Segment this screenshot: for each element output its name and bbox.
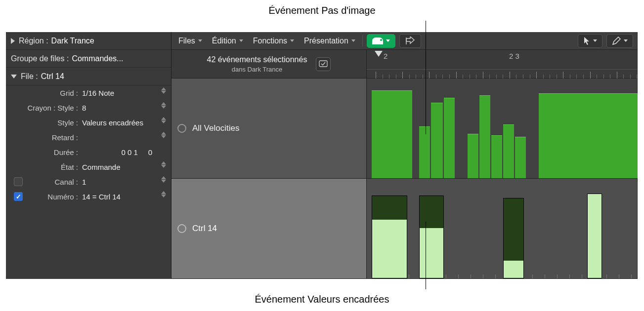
param-pencil-style[interactable]: Crayon : Style : 8 <box>6 100 171 115</box>
length-value: 0 0 1 0 <box>81 148 168 156</box>
velocity-bar[interactable] <box>515 137 526 178</box>
group-header[interactable]: Groupe de files : Commandes... <box>6 50 171 68</box>
stepper-icon[interactable] <box>161 102 167 113</box>
velocity-bar[interactable] <box>431 103 443 178</box>
length-label: Durée : <box>6 148 81 156</box>
param-grid[interactable]: Grid : 1/16 Note <box>6 85 171 100</box>
palette-icon <box>372 38 383 44</box>
lane-name-velocities: All Velocities <box>192 123 239 133</box>
lane-velocities: All Velocities <box>172 78 637 179</box>
file-label: File : <box>21 72 38 81</box>
time-ruler[interactable]: 2 2 3 <box>367 50 637 78</box>
ctrl-event-border <box>419 195 444 278</box>
param-channel[interactable]: Canal : 1 <box>6 174 171 189</box>
stepper-icon[interactable] <box>161 191 167 202</box>
lane-body-velocities[interactable] <box>367 78 637 178</box>
view-menu[interactable]: Présentation <box>301 35 358 47</box>
selection-dropdown-button[interactable] <box>316 57 331 71</box>
velocity-bar[interactable] <box>539 93 638 178</box>
lane-body-ctrl14[interactable] <box>367 179 637 278</box>
pencil-icon <box>612 37 621 45</box>
number-checkbox[interactable] <box>14 192 23 201</box>
lane-dot-icon <box>177 124 186 133</box>
lane-name-ctrl14: Ctrl 14 <box>192 224 217 233</box>
inspector-panel: Région : Dark Trance Groupe de files : C… <box>6 32 172 279</box>
chevron-down-icon <box>386 39 390 42</box>
state-label: État : <box>6 163 81 171</box>
stepper-icon[interactable] <box>161 176 167 187</box>
region-header[interactable]: Région : Dark Trance <box>6 32 171 50</box>
selection-info: 42 événements sélectionnés dans Dark Tra… <box>172 50 367 78</box>
ctrl-event-border <box>587 194 602 278</box>
style-label: Style : <box>6 118 81 127</box>
catch-playhead-button[interactable] <box>399 34 421 48</box>
lane-header-ctrl14[interactable]: Ctrl 14 <box>172 179 367 278</box>
catch-icon <box>405 37 416 45</box>
ctrl-event-border <box>503 198 524 278</box>
region-label: Région : <box>19 37 48 45</box>
grid-label: Grid : <box>6 89 81 97</box>
edit-menu[interactable]: Édition <box>209 35 246 47</box>
group-value: Commandes... <box>72 54 123 63</box>
param-delay[interactable]: Retard : <box>6 130 171 145</box>
pointer-tool-button[interactable] <box>578 34 602 48</box>
velocity-bar[interactable] <box>372 90 412 178</box>
disclosure-down-icon <box>11 75 17 78</box>
velocity-bar[interactable] <box>419 126 430 178</box>
lane-ctrl14: Ctrl 14 <box>172 179 637 279</box>
stepper-icon[interactable] <box>161 117 167 128</box>
lanes-area: All Velocities Ctrl 14 <box>172 78 637 279</box>
param-style[interactable]: Style : Valeurs encadrées <box>6 115 171 130</box>
param-state[interactable]: État : Commande <box>6 159 171 174</box>
delay-label: Retard : <box>6 133 81 142</box>
playhead-icon[interactable] <box>375 51 383 57</box>
files-menu[interactable]: Files <box>175 35 205 47</box>
ctrl-event-border <box>372 195 407 278</box>
pencil-tool-button[interactable] <box>606 34 633 48</box>
lane-header-velocities[interactable]: All Velocities <box>172 78 367 178</box>
chevron-down-icon <box>239 39 243 42</box>
file-value: Ctrl 14 <box>41 72 64 81</box>
view-label: Présentation <box>304 37 348 45</box>
lane-dot-icon <box>177 224 186 233</box>
edit-label: Édition <box>212 37 236 45</box>
chevron-down-icon <box>351 39 355 42</box>
group-label: Groupe de files : <box>11 54 69 63</box>
stepper-icon[interactable] <box>161 132 167 143</box>
grid-value: 1/16 Note <box>81 89 161 97</box>
param-length[interactable]: Durée : 0 0 1 0 <box>6 145 171 159</box>
stepper-icon[interactable] <box>161 161 167 172</box>
number-label: Numéro : <box>27 193 81 201</box>
channel-checkbox[interactable] <box>14 177 23 186</box>
callout-top-label: Événement Pas d'image <box>0 5 644 16</box>
callout-line-bottom <box>426 222 426 289</box>
chevron-down-icon <box>593 39 597 42</box>
file-header[interactable]: File : Ctrl 14 <box>6 68 171 85</box>
svg-rect-1 <box>319 61 327 67</box>
velocity-bar[interactable] <box>468 134 478 178</box>
dropdown-check-icon <box>319 60 328 68</box>
channel-value: 1 <box>81 178 161 186</box>
functions-label: Fonctions <box>253 37 287 45</box>
chevron-down-icon <box>624 39 628 42</box>
velocity-bar[interactable] <box>491 135 502 178</box>
pencil-value: 8 <box>81 104 161 112</box>
velocity-bar[interactable] <box>503 124 514 178</box>
velocity-bar[interactable] <box>444 98 455 178</box>
functions-menu[interactable]: Fonctions <box>250 35 297 47</box>
stepper-icon[interactable] <box>161 87 167 98</box>
disclosure-right-icon <box>11 38 15 44</box>
callout-line-top <box>426 21 426 134</box>
ruler-marker-right: 2 3 <box>509 52 519 60</box>
pencil-label: Crayon : Style : <box>6 104 81 112</box>
param-number[interactable]: Numéro : 14 = Ctrl 14 <box>6 189 171 204</box>
files-label: Files <box>178 37 195 45</box>
number-value: 14 = Ctrl 14 <box>81 193 161 201</box>
midi-in-button[interactable] <box>367 34 395 48</box>
chevron-down-icon <box>290 39 294 42</box>
selection-region: dans Dark Trance <box>207 66 307 73</box>
separator <box>362 35 363 47</box>
velocity-bar[interactable] <box>479 95 490 178</box>
selection-count: 42 événements sélectionnés <box>207 55 307 64</box>
state-value: Commande <box>81 163 161 171</box>
